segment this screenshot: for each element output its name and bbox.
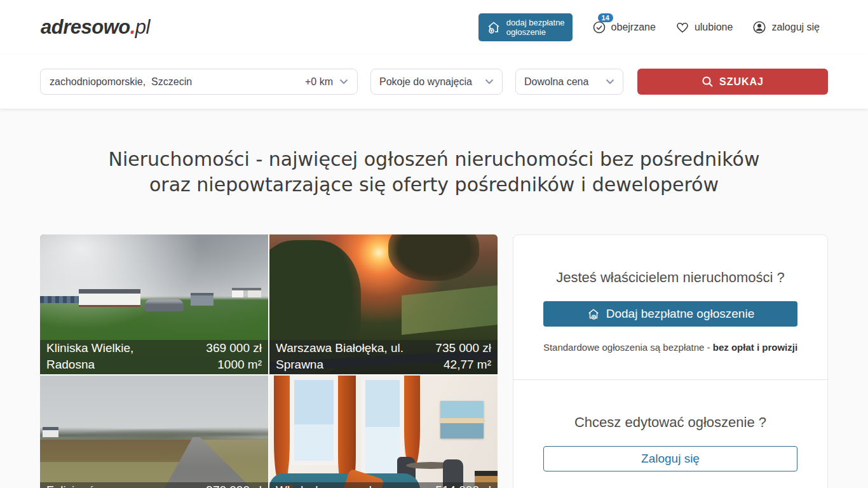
viewed-count-badge: 14 [598, 13, 613, 22]
listing-location: Władysławowo, ul. [276, 482, 375, 488]
radius-dropdown[interactable]: +0 km [305, 76, 348, 88]
listing-area: 1000 m² [217, 356, 262, 373]
page-title: Nieruchomości - najwięcej ogłoszeń nieru… [0, 147, 868, 198]
listing-price: 970 000 zł [206, 482, 262, 488]
search-bar: zachodniopomorskie, Szczecin +0 km Pokoj… [0, 55, 868, 109]
page: adresowo.pl dodaj bezpłatne ogłoszenie [0, 0, 868, 488]
viewed-label: obejrzane [611, 22, 656, 33]
photo-houses [232, 288, 262, 297]
location-input[interactable]: zachodniopomorskie, Szczecin +0 km [40, 69, 358, 95]
photo-trees [40, 426, 268, 440]
photo-fence [40, 296, 79, 303]
login-button[interactable]: Zaloguj się [543, 446, 797, 471]
chevron-down-icon [606, 79, 614, 85]
photo-wall-art [440, 401, 484, 438]
listing-card[interactable]: Władysławowo, ul. 514 000 zł [269, 376, 498, 488]
house-plus-icon [486, 20, 501, 35]
listing-caption: Władysławowo, ul. 514 000 zł [269, 482, 498, 488]
photo-field [402, 285, 498, 334]
viewed-link[interactable]: 14 obejrzane [592, 20, 656, 35]
listing-area: 42,77 m² [444, 356, 491, 373]
photo-curtain [274, 376, 290, 485]
photo-building [79, 289, 140, 308]
photo-curtain [404, 376, 420, 468]
search-button[interactable]: SZUKAJ [637, 69, 828, 95]
edit-section: Chcesz edytować ogłoszenie ? Zaloguj się… [513, 379, 827, 488]
listing-location: Kliniska Wielkie, Radosna [46, 340, 175, 373]
heart-icon [675, 20, 690, 35]
favorites-label: ulubione [695, 22, 733, 33]
edit-heading: Chcesz edytować ogłoszenie ? [543, 414, 798, 431]
add-listing-button[interactable]: dodaj bezpłatne ogłoszenie [478, 13, 573, 41]
listing-photo [40, 376, 268, 488]
header: adresowo.pl dodaj bezpłatne ogłoszenie [0, 0, 868, 55]
user-circle-icon [752, 20, 767, 35]
logo-text: adresowo [41, 16, 130, 38]
price-select[interactable]: Dowolna cena [515, 69, 623, 95]
owner-note: Standardowe ogłoszenia są bezpłatne - be… [543, 342, 798, 353]
property-type-value: Pokoje do wynajęcia [379, 76, 472, 88]
owner-heading: Jesteś właścicielem nieruchomości ? [543, 269, 798, 286]
photo-car [145, 299, 184, 311]
property-type-select[interactable]: Pokoje do wynajęcia [370, 69, 503, 95]
owner-panel: Jesteś właścicielem nieruchomości ? Doda… [513, 234, 828, 488]
search-icon [702, 76, 714, 88]
favorites-link[interactable]: ulubione [675, 20, 733, 35]
logo[interactable]: adresowo.pl [41, 16, 150, 39]
main-content: Nieruchomości - najwięcej ogłoszeń nieru… [0, 109, 868, 488]
photo-window [290, 376, 337, 465]
listing-price: 514 000 zł [435, 482, 491, 488]
search-button-label: SZUKAJ [719, 76, 764, 88]
house-plus-icon [587, 307, 600, 321]
logo-tld: pl [135, 16, 150, 38]
add-free-listing-button[interactable]: Dodaj bezpłatne ogłoszenie [543, 301, 797, 327]
radius-value: +0 km [305, 76, 333, 88]
listing-photo [269, 376, 498, 488]
listing-caption: Kliniska Wielkie, Radosna 369 000 zł 100… [40, 340, 268, 374]
photo-field [40, 440, 195, 462]
check-circle-icon: 14 [592, 20, 607, 35]
listings-grid: Kliniska Wielkie, Radosna 369 000 zł 100… [40, 234, 498, 488]
login-label: zaloguj się [771, 22, 820, 33]
listing-caption: Warszawa Białołęka, ul. Sprawna 735 000 … [269, 340, 498, 374]
listing-card[interactable]: Felicjanów 970 000 zł [40, 376, 268, 488]
price-value: Dowolna cena [524, 76, 588, 88]
photo-house [43, 427, 58, 437]
login-button-label: Zaloguj się [641, 452, 700, 466]
listing-price: 735 000 zł [435, 340, 491, 356]
listing-card[interactable]: Warszawa Białołęka, ul. Sprawna 735 000 … [269, 234, 498, 374]
listing-caption: Felicjanów 970 000 zł [40, 482, 268, 488]
listing-price: 369 000 zł [206, 340, 262, 356]
chevron-down-icon [339, 79, 348, 85]
photo-shed [191, 293, 214, 306]
header-actions: dodaj bezpłatne ogłoszenie 14 obejrzane [478, 13, 820, 41]
login-link[interactable]: zaloguj się [752, 20, 820, 35]
photo-trees [388, 234, 480, 281]
add-listing-label: dodaj bezpłatne ogłoszenie [506, 18, 565, 37]
listing-card[interactable]: Kliniska Wielkie, Radosna 369 000 zł 100… [40, 234, 268, 374]
listing-location: Warszawa Białołęka, ul. Sprawna [276, 340, 405, 373]
owner-section: Jesteś właścicielem nieruchomości ? Doda… [513, 235, 827, 379]
location-value: zachodniopomorskie, Szczecin [50, 76, 192, 88]
chevron-down-icon [485, 79, 494, 85]
add-free-listing-label: Dodaj bezpłatne ogłoszenie [606, 307, 754, 321]
listing-location: Felicjanów [46, 482, 104, 488]
logo-dot: . [130, 16, 135, 38]
